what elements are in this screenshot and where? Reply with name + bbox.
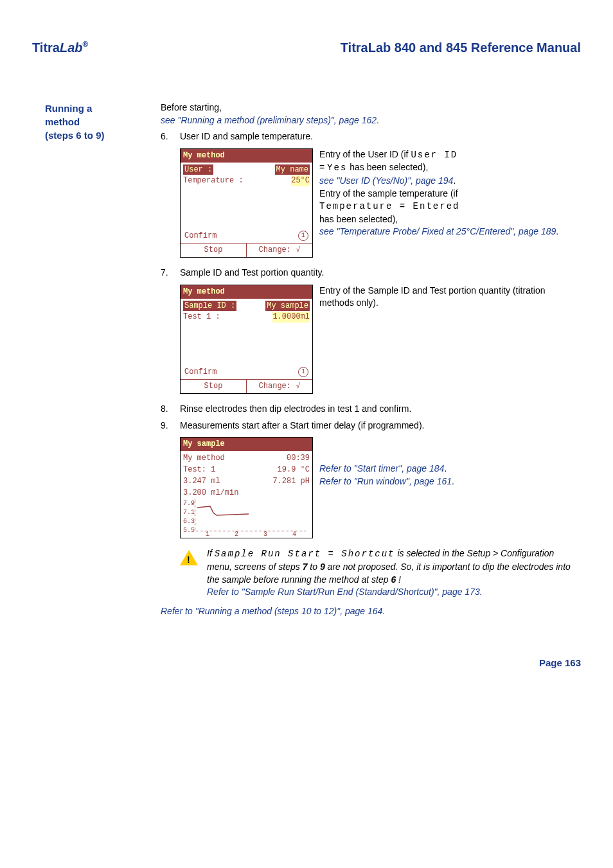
field-value: 1.0000ml xyxy=(272,312,310,323)
brand-reg: ® xyxy=(83,40,89,49)
step-number: 6. xyxy=(161,130,172,143)
circled-number-icon: 1 xyxy=(298,367,308,377)
mono-text: Temperature = Entered xyxy=(319,201,459,211)
text: . xyxy=(480,587,483,597)
confirm-label: Confirm xyxy=(184,367,217,378)
x-tick: 3 xyxy=(263,530,267,539)
text: . xyxy=(452,476,454,486)
step-number: 9. xyxy=(161,420,172,432)
field: 19.9 °C xyxy=(278,465,310,475)
brand-logo: TitraLab® xyxy=(32,39,88,57)
field-label: Test 1 : xyxy=(183,312,220,323)
circled-number-icon: 1 xyxy=(298,231,308,241)
screen-description: Entry of the User ID (if User ID = Yes h… xyxy=(319,148,558,238)
field: 3.200 ml/min xyxy=(183,488,238,499)
screen-title: My sample xyxy=(181,438,312,451)
doc-link[interactable]: see "Temperature Probe/ Fixed at 25°C/En… xyxy=(319,226,556,236)
warning-icon: ! xyxy=(180,550,198,565)
text: Entry of the sample temperature (if xyxy=(319,188,458,199)
device-screen: My method Sample ID : My sample Test 1 :… xyxy=(180,285,313,394)
softkey-stop: Stop xyxy=(181,244,247,257)
text: has been selected), xyxy=(319,214,398,224)
text: = xyxy=(319,162,327,172)
field-label: User : xyxy=(183,164,213,175)
field: My method xyxy=(183,453,225,464)
doc-link[interactable]: see "Running a method (preliminary steps… xyxy=(161,115,377,125)
y-tick: 7.1 xyxy=(183,508,195,517)
section-line: (steps 6 to 9) xyxy=(45,128,135,142)
field-value: 25°C xyxy=(291,175,310,186)
doc-link[interactable]: Refer to "Running a method (steps 10 to … xyxy=(161,606,382,616)
field-label: Sample ID : xyxy=(183,301,236,312)
softkey-stop: Stop xyxy=(181,380,247,393)
bold-num: 9 xyxy=(320,562,325,572)
screen-title: My method xyxy=(181,149,312,163)
section-line: method xyxy=(45,115,135,128)
step-number: 7. xyxy=(161,267,172,279)
text: . xyxy=(453,175,456,186)
page-number: Page 163 xyxy=(32,656,581,669)
text: to xyxy=(307,562,319,572)
doc-link[interactable]: Refer to "Sample Run Start/Run End (Stan… xyxy=(207,587,480,597)
doc-link[interactable]: Refer to "Run window", page 161 xyxy=(319,476,452,486)
y-tick: 6.3 xyxy=(183,517,195,526)
screen-title: My method xyxy=(181,285,312,299)
step-text: Rinse electrodes then dip electrodes in … xyxy=(180,403,411,416)
section-heading: Running a method (steps 6 to 9) xyxy=(45,102,135,142)
field: 00:39 xyxy=(287,453,310,464)
mono-text: Yes xyxy=(327,163,347,173)
screen-description: Entry of the Sample ID and Test portion … xyxy=(319,285,581,310)
text: . xyxy=(444,463,447,474)
doc-link[interactable]: Refer to "Start timer", page 184 xyxy=(319,463,444,474)
step-text: Sample ID and Test portion quantity. xyxy=(180,267,324,279)
softkey-change: Change: √ xyxy=(247,244,312,257)
brand-lab: Lab xyxy=(60,40,83,55)
field: Test: 1 xyxy=(183,465,215,475)
y-tick: 7.9 xyxy=(183,499,195,508)
field-value: My name xyxy=(275,164,310,175)
mono-text: Sample Run Start = Shortcut xyxy=(215,549,395,559)
field-value: My sample xyxy=(265,301,310,312)
step-number: 8. xyxy=(161,403,172,416)
section-line: Running a xyxy=(45,102,135,115)
doc-title: TitraLab 840 and 845 Reference Manual xyxy=(341,39,581,57)
step-text: Measurements start after a Start timer d… xyxy=(180,420,424,432)
x-tick: 4 xyxy=(292,530,296,539)
curve-line-icon xyxy=(197,502,255,525)
text: Before starting, xyxy=(161,102,222,112)
y-tick: 5.5 xyxy=(183,526,195,535)
device-screen-graph: My sample My method00:39 Test: 119.9 °C … xyxy=(180,437,313,538)
text: If xyxy=(207,548,215,558)
intro-text: Before starting, see "Running a method (… xyxy=(161,102,581,127)
screen-description: Refer to "Start timer", page 184. Refer … xyxy=(319,437,454,488)
text: . xyxy=(556,226,558,236)
text: Entry of the User ID (if xyxy=(319,149,411,159)
field: 7.281 pH xyxy=(272,476,310,487)
brand-pre: Titra xyxy=(32,40,60,55)
field-label: Temperature : xyxy=(183,175,244,186)
doc-link[interactable]: see "User ID (Yes/No)", page 194 xyxy=(319,175,453,186)
text: has been selected), xyxy=(347,162,428,172)
warning-text: If Sample Run Start = Shortcut is select… xyxy=(207,547,581,598)
text: ! xyxy=(396,574,401,585)
device-screen: My method User : My name Temperature : 2… xyxy=(180,148,313,258)
titration-graph: 7.9 7.1 6.3 5.5 1 2 3 4 xyxy=(183,499,310,538)
softkey-change: Change: √ xyxy=(247,380,312,393)
text: . xyxy=(377,115,379,125)
text: . xyxy=(382,606,385,616)
x-tick: 1 xyxy=(206,530,209,539)
mono-text: User ID xyxy=(411,150,458,160)
outro-text: Refer to "Running a method (steps 10 to … xyxy=(161,605,581,618)
field: 3.247 ml xyxy=(183,476,220,487)
confirm-label: Confirm xyxy=(184,231,217,242)
x-tick: 2 xyxy=(235,530,238,539)
step-text: User ID and sample temperature. xyxy=(180,130,313,143)
